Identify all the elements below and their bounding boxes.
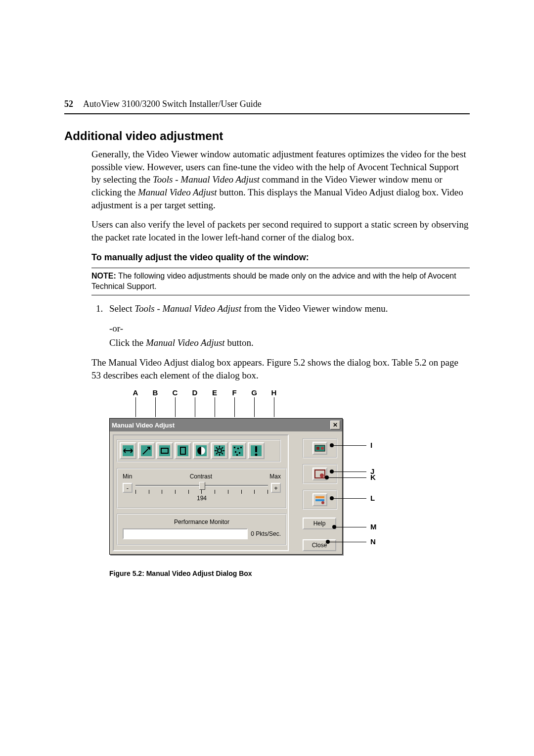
- priority-icon[interactable]: [248, 442, 265, 459]
- note-box: NOTE: The following video adjustments sh…: [91, 268, 470, 295]
- figure-caption: Figure 5.2: Manual Video Adjust Dialog B…: [109, 569, 470, 577]
- packets-value: 0 Pkts/Sec.: [251, 530, 281, 537]
- callout-letter-l: L: [370, 494, 375, 502]
- callout-letter-m: M: [370, 522, 377, 531]
- right-button-column: Help Close: [303, 438, 337, 553]
- slider-panel: Min Contrast Max - +: [117, 468, 287, 509]
- svg-rect-1: [316, 447, 319, 450]
- close-icon[interactable]: ✕: [330, 421, 340, 429]
- callout-letter-n: N: [370, 537, 376, 546]
- performance-monitor-label: Performance Monitor: [123, 519, 281, 525]
- subheading: To manually adjust the video quality of …: [91, 252, 470, 263]
- toolbar: [117, 439, 281, 462]
- callout-letter-f: F: [229, 388, 239, 397]
- callout-letter-d: D: [190, 388, 200, 397]
- svg-rect-31: [239, 452, 240, 454]
- callout-letter-e: E: [210, 388, 220, 397]
- slider-plus-button[interactable]: +: [271, 483, 281, 493]
- dialog-title: Manual Video Adjust: [112, 422, 175, 429]
- svg-rect-6: [315, 499, 324, 501]
- svg-point-35: [255, 454, 258, 456]
- callout-letter-b: B: [150, 388, 160, 397]
- slider-max-label: Max: [269, 473, 281, 480]
- callout-letter-k: K: [370, 473, 376, 481]
- body-paragraph-2: Users can also verify the level of packe…: [91, 218, 470, 243]
- callout-letter-h: H: [269, 388, 279, 397]
- page-number: 52: [64, 99, 73, 109]
- slider-min-label: Min: [123, 473, 132, 480]
- svg-rect-27: [234, 447, 235, 448]
- figure-5-2: ABCDEFGH Manual Video Adjust ✕: [109, 388, 406, 555]
- video-bar-icon[interactable]: [312, 493, 327, 506]
- callout-letter-i: I: [370, 441, 372, 449]
- help-button[interactable]: Help: [303, 518, 336, 529]
- svg-rect-32: [236, 454, 238, 456]
- image-capture-width-icon[interactable]: [120, 442, 136, 459]
- header-title: AutoView 3100/3200 Switch Installer/User…: [83, 99, 262, 109]
- slider-thumb[interactable]: [199, 482, 205, 490]
- svg-point-7: [321, 501, 324, 504]
- svg-rect-29: [240, 447, 242, 448]
- callout-letter-a: A: [131, 388, 140, 397]
- callout-letter-g: G: [249, 388, 259, 397]
- svg-rect-30: [235, 451, 236, 453]
- step-1: Select Tools - Manual Video Adjust from …: [105, 302, 470, 315]
- callout-letter-c: C: [170, 388, 180, 397]
- svg-point-2: [321, 447, 324, 450]
- step-list: Select Tools - Manual Video Adjust from …: [91, 302, 470, 315]
- noise-icon[interactable]: [229, 442, 246, 459]
- slider-track[interactable]: [135, 482, 268, 494]
- slider-minus-button[interactable]: -: [123, 483, 133, 493]
- image-capture-vertical-icon[interactable]: [175, 442, 191, 459]
- slider-center-label: Contrast: [190, 473, 212, 480]
- running-header: 52AutoView 3100/3200 Switch Installer/Us…: [64, 99, 470, 114]
- image-capture-horizontal-icon[interactable]: [156, 442, 173, 459]
- performance-monitor-readout: [123, 528, 248, 539]
- step-result: The Manual Video Adjust dialog box appea…: [91, 356, 470, 381]
- callout-letters-top: ABCDEFGH: [109, 388, 406, 418]
- step-or: -or-: [109, 322, 470, 335]
- image-capture-fine-icon[interactable]: [138, 442, 155, 459]
- performance-monitor-panel: Performance Monitor 0 Pkts/Sec.: [117, 514, 287, 545]
- contrast-icon[interactable]: [193, 442, 210, 459]
- body-paragraph-1: Generally, the Video Viewer window autom…: [91, 148, 470, 211]
- close-button[interactable]: Close: [303, 539, 336, 551]
- svg-rect-28: [237, 448, 239, 449]
- dialog-titlebar[interactable]: Manual Video Adjust ✕: [110, 419, 342, 431]
- section-heading: Additional video adjustment: [64, 129, 470, 143]
- manual-video-adjust-dialog: Manual Video Adjust ✕ Help Close: [109, 418, 343, 555]
- auto-video-adjust-icon[interactable]: [312, 442, 327, 455]
- slider-value: 194: [123, 495, 281, 502]
- svg-rect-5: [315, 496, 324, 498]
- step-click: Click the Manual Video Adjust button.: [109, 336, 470, 349]
- svg-point-4: [320, 473, 324, 477]
- brightness-icon[interactable]: [211, 442, 228, 459]
- svg-rect-34: [255, 446, 257, 452]
